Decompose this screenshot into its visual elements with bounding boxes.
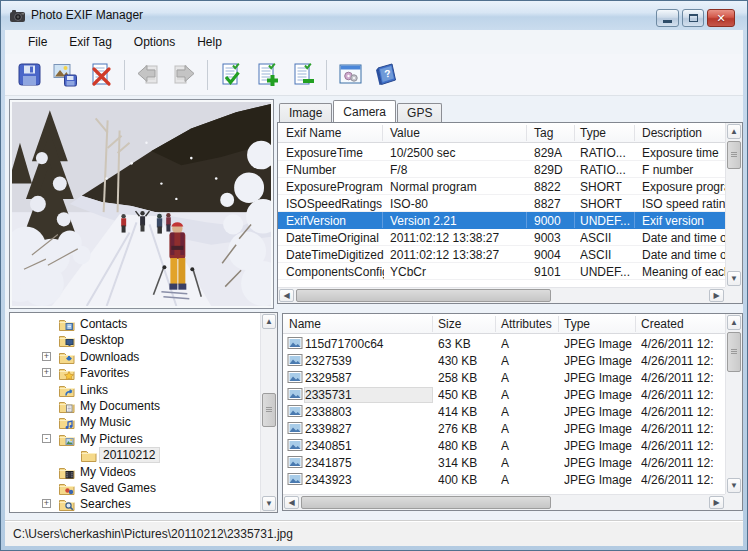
column-header-size[interactable]: Size — [438, 317, 461, 331]
cell-type: JPEG Image — [564, 439, 635, 453]
menu-item-exif-tag[interactable]: Exif Tag — [58, 32, 122, 52]
tree-item-my-documents[interactable]: My Documents — [10, 398, 260, 414]
scroll-up-arrow[interactable]: ▲ — [262, 314, 276, 329]
scroll-down-arrow[interactable]: ▼ — [262, 496, 276, 511]
music-folder-icon — [58, 414, 75, 429]
file-row-2335731[interactable]: 2335731450 KBAJPEG Image4/26/2011 12: — [283, 386, 725, 403]
file-vertical-scrollbar[interactable]: ▲ ▼ — [725, 314, 742, 494]
scroll-thumb[interactable] — [296, 289, 551, 302]
scroll-left-arrow[interactable]: ◀ — [284, 496, 299, 509]
scroll-up-arrow[interactable]: ▲ — [727, 315, 741, 330]
file-row-2340851[interactable]: 2340851480 KBAJPEG Image4/26/2011 12: — [283, 437, 725, 454]
scroll-thumb[interactable] — [727, 141, 741, 169]
save-image-icon — [52, 61, 79, 88]
file-row-2329587[interactable]: 2329587258 KBAJPEG Image4/26/2011 12: — [283, 369, 725, 386]
exif-tab-strip: ImageCameraGPS — [279, 100, 443, 122]
clear-list-button[interactable] — [83, 57, 119, 93]
exif-horizontal-scrollbar[interactable]: ◀ ▶ — [278, 287, 725, 303]
column-header-type[interactable]: Type — [580, 126, 606, 140]
cell-created: 4/26/2011 12: — [641, 354, 725, 368]
cell-type: ASCII — [580, 231, 636, 245]
tab-image[interactable]: Image — [279, 103, 332, 122]
cell-type: JPEG Image — [564, 371, 635, 385]
options-dialog-button[interactable] — [332, 57, 368, 93]
file-row-2341875[interactable]: 2341875314 KBAJPEG Image4/26/2011 12: — [283, 454, 725, 471]
exif-row-datetimeoriginal[interactable]: DateTimeOriginal2011:02:12 13:38:279003A… — [278, 229, 725, 246]
scroll-thumb[interactable] — [301, 496, 551, 509]
column-header-value[interactable]: Value — [390, 126, 420, 140]
tab-camera[interactable]: Camera — [333, 100, 396, 122]
help-button[interactable]: ? — [368, 57, 404, 93]
add-exif-tag-button[interactable] — [249, 57, 285, 93]
file-row-2343923[interactable]: 2343923400 KBAJPEG Image4/26/2011 12: — [283, 471, 725, 488]
scroll-left-arrow[interactable]: ◀ — [279, 289, 294, 302]
file-horizontal-scrollbar[interactable]: ◀ ▶ — [283, 494, 725, 510]
expand-icon[interactable]: + — [42, 368, 51, 377]
exif-row-exposureprogram[interactable]: ExposureProgramNormal program8822SHORTEx… — [278, 178, 725, 195]
tree-item-saved-games[interactable]: Saved Games — [10, 480, 260, 496]
tree-item-links[interactable]: Links — [10, 382, 260, 398]
exif-vertical-scrollbar[interactable]: ▲ ▼ — [725, 123, 742, 287]
minimize-button[interactable] — [656, 9, 679, 27]
menu-item-options[interactable]: Options — [123, 32, 186, 52]
exif-row-exposuretime[interactable]: ExposureTime10/2500 sec829ARATIO...Expos… — [278, 144, 725, 161]
file-row-115d71700c64[interactable]: 115d71700c6463 KBAJPEG Image4/26/2011 12… — [283, 335, 725, 352]
exif-row-exifversion[interactable]: ExifVersionVersion 2.219000UNDEF...Exif … — [278, 212, 725, 229]
arrow-forward-icon — [171, 61, 198, 88]
tree-item-contacts[interactable]: Contacts — [10, 316, 260, 332]
tree-item-my-videos[interactable]: My Videos — [10, 464, 260, 480]
remove-exif-tag-button[interactable] — [285, 57, 321, 93]
scroll-right-arrow[interactable]: ▶ — [709, 289, 724, 302]
exif-row-isospeedratings[interactable]: ISOSpeedRatingsISO-808827SHORTISO speed … — [278, 195, 725, 212]
column-header-created[interactable]: Created — [641, 317, 684, 331]
scroll-thumb[interactable] — [727, 332, 741, 372]
file-row-2338803[interactable]: 2338803414 KBAJPEG Image4/26/2011 12: — [283, 403, 725, 420]
exif-table-rows: ExposureTime10/2500 sec829ARATIO...Expos… — [278, 144, 725, 287]
apply-exif-list-button[interactable] — [213, 57, 249, 93]
scroll-up-arrow[interactable]: ▲ — [727, 124, 741, 139]
menu-item-file[interactable]: File — [17, 32, 58, 52]
scroll-right-arrow[interactable]: ▶ — [709, 496, 724, 509]
tree-item-my-pictures[interactable]: -My Pictures — [10, 431, 260, 447]
scroll-thumb[interactable] — [262, 393, 276, 427]
exif-row-fnumber[interactable]: FNumberF/8829DRATIO...F number — [278, 161, 725, 178]
tree-vertical-scrollbar[interactable]: ▲ ▼ — [260, 313, 277, 512]
menu-item-help[interactable]: Help — [186, 32, 233, 52]
column-header-type[interactable]: Type — [564, 317, 590, 331]
tree-item-searches[interactable]: +Searches — [10, 496, 260, 512]
column-separator — [382, 125, 383, 141]
scroll-down-arrow[interactable]: ▼ — [727, 271, 741, 286]
column-header-name[interactable]: Name — [289, 317, 321, 331]
file-row-2339827[interactable]: 2339827276 KBAJPEG Image4/26/2011 12: — [283, 420, 725, 437]
column-header-description[interactable]: Description — [642, 126, 702, 140]
collapse-icon[interactable]: - — [42, 434, 51, 443]
column-header-tag[interactable]: Tag — [534, 126, 553, 140]
tree-item-desktop[interactable]: Desktop — [10, 332, 260, 348]
tree-item-downloads[interactable]: +Downloads — [10, 349, 260, 365]
cell-size: 450 KB — [438, 388, 495, 402]
scrollbar-corner — [725, 287, 742, 303]
tree-item-favorites[interactable]: +Favorites — [10, 365, 260, 381]
save-image-button[interactable] — [47, 57, 83, 93]
cell-type: JPEG Image — [564, 354, 635, 368]
tree-item-my-music[interactable]: My Music — [10, 414, 260, 430]
save-button[interactable] — [11, 57, 47, 93]
save-icon — [16, 61, 43, 88]
options-window-icon — [337, 61, 364, 88]
scroll-down-arrow[interactable]: ▼ — [727, 478, 741, 493]
file-row-2327539[interactable]: 2327539430 KBAJPEG Image4/26/2011 12: — [283, 352, 725, 369]
expand-icon[interactable]: + — [42, 499, 51, 508]
column-header-exif-name[interactable]: Exif Name — [286, 126, 341, 140]
cell-attributes: A — [501, 371, 558, 385]
cell-name: ExifVersion — [286, 214, 384, 228]
expand-icon[interactable]: + — [42, 352, 51, 361]
column-header-attributes[interactable]: Attributes — [501, 317, 552, 331]
cell-description: Meaning of each — [642, 265, 725, 279]
exif-row-datetimedigitized[interactable]: DateTimeDigitized2011:02:12 13:38:279004… — [278, 246, 725, 263]
close-button[interactable]: ✕ — [707, 9, 735, 27]
tree-item-20110212[interactable]: 20110212 — [10, 447, 260, 463]
maximize-button[interactable] — [682, 9, 704, 27]
cell-created: 4/26/2011 12: — [641, 456, 725, 470]
exif-row-componentsconfig[interactable]: ComponentsConfig...YCbCr9101UNDEF...Mean… — [278, 263, 725, 280]
tab-gps[interactable]: GPS — [397, 103, 442, 122]
